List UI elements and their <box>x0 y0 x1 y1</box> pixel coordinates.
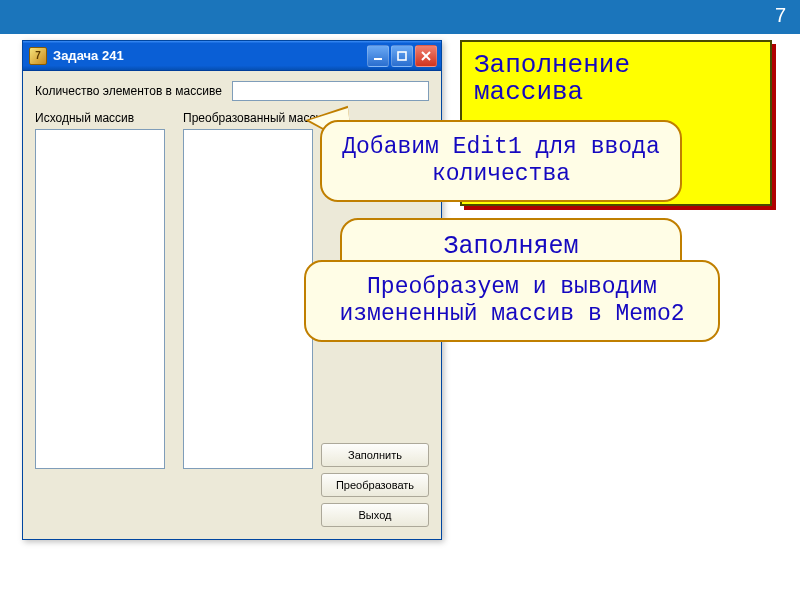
note-line1: Заполнение <box>474 52 758 79</box>
svg-rect-0 <box>374 58 382 60</box>
close-icon <box>421 51 431 61</box>
app-icon: 7 <box>29 47 47 65</box>
window-buttons <box>367 45 437 67</box>
minimize-button[interactable] <box>367 45 389 67</box>
bubble-edit1: Добавим Edit1 для ввода количества <box>320 120 682 202</box>
count-label: Количество элементов в массиве <box>35 84 222 98</box>
close-button[interactable] <box>415 45 437 67</box>
titlebar[interactable]: 7 Задача 241 <box>23 41 441 71</box>
page-number: 7 <box>775 4 786 27</box>
fill-button[interactable]: Заполнить <box>321 443 429 467</box>
memo1-label: Исходный массив <box>35 111 165 125</box>
button-column: Заполнить Преобразовать Выход <box>321 443 429 527</box>
window-title: Задача 241 <box>53 48 367 63</box>
count-row: Количество элементов в массиве <box>35 81 429 101</box>
transform-button[interactable]: Преобразовать <box>321 473 429 497</box>
app-icon-glyph: 7 <box>35 50 41 61</box>
exit-button[interactable]: Выход <box>321 503 429 527</box>
svg-rect-1 <box>398 52 406 60</box>
count-input[interactable] <box>232 81 429 101</box>
slide-topbar: 7 <box>0 0 800 34</box>
maximize-button[interactable] <box>391 45 413 67</box>
memo1[interactable] <box>35 129 165 469</box>
memo2[interactable] <box>183 129 313 469</box>
maximize-icon <box>397 51 407 61</box>
bubble-transform: Преобразуем и выводим измененный массив … <box>304 260 720 342</box>
note-line2: массива <box>474 79 758 106</box>
minimize-icon <box>373 51 383 61</box>
